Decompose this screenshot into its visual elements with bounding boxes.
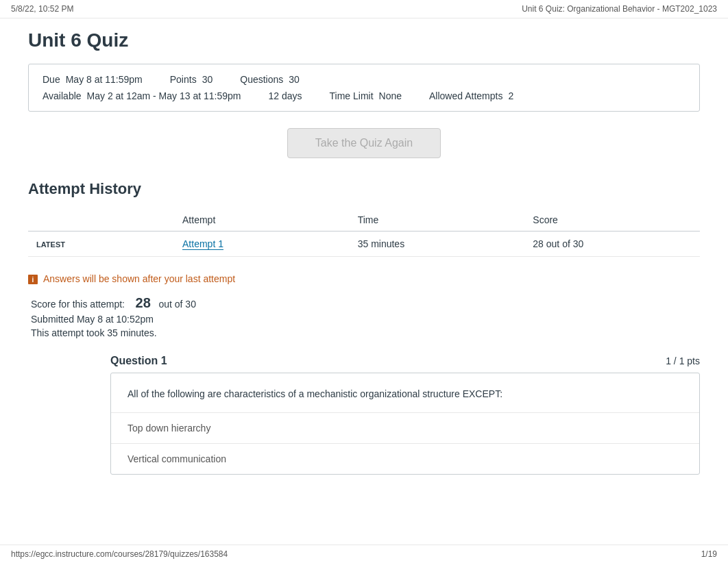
notice-text: Answers will be shown after your last at… (43, 273, 235, 284)
question-body: All of the following are characteristics… (110, 373, 700, 475)
quiz-meta-row-1: Due May 8 at 11:59pm Points 30 Questions… (43, 74, 685, 85)
due-label: Due (43, 74, 60, 85)
attempt-link[interactable]: Attempt 1 (182, 238, 223, 250)
quiz-meta-row-2: Available May 2 at 12am - May 13 at 11:5… (43, 90, 685, 101)
quiz-meta-box: Due May 8 at 11:59pm Points 30 Questions… (28, 64, 700, 112)
due-value: May 8 at 11:59pm (66, 74, 143, 85)
question-pts: 1 / 1 pts (666, 355, 700, 366)
attempt-table-head: Attempt Time Score (28, 209, 700, 232)
allowed-attempts-label: Allowed Attempts (429, 90, 502, 101)
col-header-time: Time (350, 209, 525, 232)
question-header: Question 1 1 / 1 pts (110, 355, 700, 367)
attempt-table-body: LATEST Attempt 1 35 minutes 28 out of 30 (28, 232, 700, 257)
question-section: Question 1 1 / 1 pts All of the followin… (110, 355, 700, 475)
datetime: 5/8/22, 10:52 PM (11, 4, 73, 14)
available-item: Available May 2 at 12am - May 13 at 11:5… (43, 90, 241, 101)
take-quiz-container: Take the Quiz Again (28, 128, 700, 158)
points-item: Points 30 (170, 74, 213, 85)
row-attempt: Attempt 1 (174, 232, 350, 257)
notice-box: i Answers will be shown after your last … (28, 273, 700, 284)
attempt-table-header-row: Attempt Time Score (28, 209, 700, 232)
score-label: Score for this attempt: (31, 299, 125, 310)
allowed-attempts-value: 2 (508, 90, 513, 101)
take-quiz-button[interactable]: Take the Quiz Again (287, 128, 441, 158)
course-title: Unit 6 Quiz: Organizational Behavior - M… (522, 4, 717, 14)
score-line: Score for this attempt: 28 out of 30 (31, 295, 700, 311)
col-header-score: Score (524, 209, 700, 232)
questions-label: Questions (240, 74, 283, 85)
top-bar: 5/8/22, 10:52 PM Unit 6 Quiz: Organizati… (0, 0, 728, 18)
question-title: Question 1 (110, 355, 167, 367)
available-extra: 12 days (268, 90, 302, 101)
attempt-table: Attempt Time Score LATEST Attempt 1 35 m… (28, 209, 700, 257)
score-section: Score for this attempt: 28 out of 30 Sub… (28, 295, 700, 338)
submitted-line: Submitted May 8 at 10:52pm (31, 314, 700, 325)
available-extra-item: 12 days (268, 90, 302, 101)
points-label: Points (170, 74, 197, 85)
table-row: LATEST Attempt 1 35 minutes 28 out of 30 (28, 232, 700, 257)
questions-item: Questions 30 (240, 74, 300, 85)
question-text: All of the following are characteristics… (111, 373, 699, 412)
time-limit-value: None (379, 90, 402, 101)
attempt-history-title: Attempt History (28, 180, 700, 198)
score-out-of: out of 30 (158, 299, 196, 310)
latest-badge: LATEST (36, 240, 65, 249)
due-item: Due May 8 at 11:59pm (43, 74, 143, 85)
answer-option-2[interactable]: Vertical communication (111, 443, 699, 474)
duration-line: This attempt took 35 minutes. (31, 327, 700, 338)
notice-icon: i (28, 275, 38, 284)
row-score: 28 out of 30 (524, 232, 700, 257)
answer-option-1[interactable]: Top down hierarchy (111, 412, 699, 443)
row-time: 35 minutes (350, 232, 525, 257)
col-header-attempt: Attempt (174, 209, 350, 232)
col-header-label (28, 209, 174, 232)
score-number: 28 (136, 295, 151, 310)
points-value: 30 (202, 74, 213, 85)
available-label: Available (43, 90, 82, 101)
time-limit-label: Time Limit (330, 90, 374, 101)
time-limit-item: Time Limit None (330, 90, 402, 101)
questions-value: 30 (289, 74, 300, 85)
available-value: May 2 at 12am - May 13 at 11:59pm (87, 90, 241, 101)
main-content: Unit 6 Quiz Due May 8 at 11:59pm Points … (14, 18, 714, 502)
row-label: LATEST (28, 232, 174, 257)
allowed-attempts-item: Allowed Attempts 2 (429, 90, 513, 101)
quiz-title: Unit 6 Quiz (28, 29, 700, 51)
